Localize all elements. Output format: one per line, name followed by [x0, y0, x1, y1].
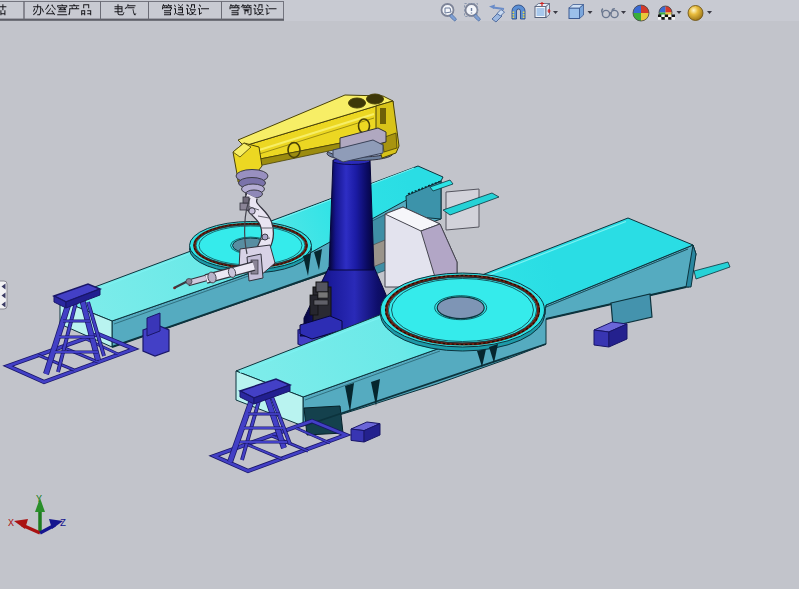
svg-text:Y: Y: [36, 494, 42, 505]
svg-text:X: X: [8, 518, 14, 529]
svg-text:Z: Z: [60, 518, 66, 529]
